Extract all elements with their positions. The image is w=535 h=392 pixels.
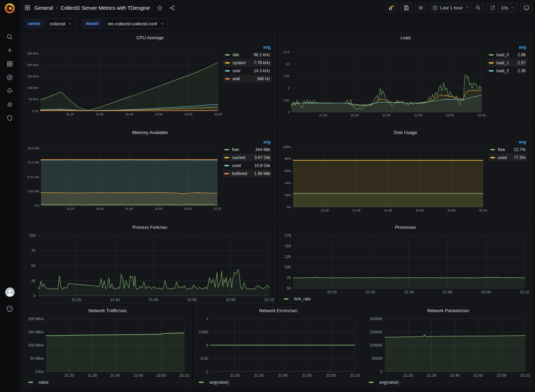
- time-controls: Last 1 hour: [430, 2, 484, 13]
- svg-text:21:30: 21:30: [366, 290, 375, 294]
- series-color-dash-icon: [224, 165, 229, 166]
- series-name: free: [498, 147, 510, 152]
- help-icon[interactable]: ?: [0, 302, 19, 315]
- process-fork-chart: 21:2021:3021:4021:5022:0022:100255075100: [25, 232, 275, 303]
- svg-text:50 kHz: 50 kHz: [29, 98, 38, 101]
- panel-network-packets: Network Packets/sec 21:2021:3021:4021:50…: [364, 306, 532, 387]
- svg-text:-0.50: -0.50: [200, 356, 208, 360]
- refresh-button[interactable]: [487, 2, 498, 13]
- svg-text:22:10: 22:10: [264, 298, 274, 302]
- variable-mount-picker[interactable]: etc-collectd-collectd.conf: [104, 18, 168, 29]
- legend-item-load_1[interactable]: load_12.57: [487, 59, 527, 67]
- legend-item-free[interactable]: free344 Mib: [222, 145, 272, 153]
- svg-text:7.50: 7.50: [283, 74, 289, 78]
- svg-text:250 kHz: 250 kHz: [27, 52, 38, 55]
- variable-server-picker[interactable]: collectd: [46, 18, 76, 29]
- configuration-gear-icon[interactable]: [0, 98, 19, 111]
- svg-text:21:30: 21:30: [110, 298, 120, 302]
- svg-text:100: 100: [29, 233, 35, 237]
- series-avg-value: 2.38: [513, 68, 526, 73]
- panel-title[interactable]: Load: [279, 33, 532, 42]
- refresh-interval-label: 10s: [501, 5, 508, 10]
- add-panel-button[interactable]: [385, 2, 398, 13]
- series-avg-value: 10.8 Gib: [250, 163, 270, 168]
- network-packets-chart: 21:2021:3021:4021:5022:0022:100500001000…: [366, 315, 530, 378]
- series-color-dash-icon: [489, 62, 494, 64]
- grafana-logo-icon[interactable]: [4, 2, 16, 14]
- svg-text:100%: 100%: [283, 145, 291, 149]
- series-color-dash-icon: [224, 157, 229, 158]
- legend-item-free[interactable]: free22.7%: [488, 145, 527, 153]
- admin-shield-icon[interactable]: [0, 111, 19, 125]
- series-avg-value: 1.68 Mib: [250, 171, 270, 176]
- legend-avg-header[interactable]: avg: [488, 139, 527, 145]
- series-color-dash-icon: [369, 382, 374, 383]
- panel-title[interactable]: Network Errors/sec: [195, 306, 362, 315]
- create-plus-icon[interactable]: [0, 43, 19, 57]
- panel-title[interactable]: Network Packets/sec: [365, 306, 532, 315]
- legend-item-avg(value)[interactable]: avg(value): [379, 380, 399, 385]
- legend-item-load_0[interactable]: load_02.86: [487, 51, 527, 59]
- svg-text:200 Mb/s: 200 Mb/s: [28, 317, 44, 321]
- legend-avg-header[interactable]: avg: [222, 139, 272, 145]
- panel-load: Load 21:2021:3021:4021:5022:0022:1002.50…: [279, 33, 532, 126]
- legend-avg-header[interactable]: avg: [487, 44, 527, 51]
- legend-item-user[interactable]: user14.3 kHz: [223, 67, 272, 75]
- explore-compass-icon[interactable]: [0, 70, 19, 84]
- cycle-view-button[interactable]: [520, 2, 532, 13]
- svg-text:14.0 Gib: 14.0 Gib: [27, 161, 39, 164]
- legend-item-used[interactable]: used77.3%: [488, 153, 527, 161]
- panel-title[interactable]: Memory Available: [24, 128, 276, 137]
- svg-text:21:40: 21:40: [149, 298, 159, 302]
- legend-avg-header[interactable]: avg: [223, 44, 272, 51]
- series-color-dash-icon: [28, 382, 33, 383]
- panel-title[interactable]: Process Fork/sec: [24, 223, 276, 232]
- variable-server-value: collectd: [50, 21, 65, 26]
- panel-title[interactable]: Processes: [279, 223, 532, 232]
- breadcrumb-folder[interactable]: General: [34, 5, 53, 11]
- svg-text:21:40: 21:40: [111, 373, 120, 377]
- processes-chart: 21:2021:3021:4021:5022:0022:105075100125…: [281, 232, 530, 295]
- svg-text:150 kHz: 150 kHz: [27, 75, 38, 78]
- legend-item-system[interactable]: system7.79 kHz: [223, 59, 272, 67]
- legend-item-cached[interactable]: cached3.67 Gib: [222, 153, 272, 161]
- svg-text:1: 1: [206, 317, 208, 321]
- alerting-bell-icon[interactable]: [0, 84, 19, 98]
- svg-text:60%: 60%: [285, 169, 291, 173]
- legend-item-used[interactable]: used10.8 Gib: [222, 161, 272, 169]
- legend-item-load_2[interactable]: load_22.38: [487, 67, 527, 75]
- legend-item-wait[interactable]: wait386 Hz: [223, 75, 272, 83]
- svg-text:22:00: 22:00: [446, 114, 454, 117]
- legend-item-idle[interactable]: idle96.2 kHz: [223, 51, 272, 59]
- panel-title[interactable]: CPU Average: [24, 33, 276, 42]
- svg-text:21:20: 21:20: [230, 373, 240, 377]
- svg-text:21:40: 21:40: [404, 290, 414, 294]
- share-icon[interactable]: [169, 5, 175, 11]
- legend-item-value[interactable]: value: [39, 380, 49, 385]
- refresh-interval-picker[interactable]: 10s: [498, 2, 518, 13]
- svg-text:22:10: 22:10: [213, 207, 221, 210]
- svg-text:21:50: 21:50: [414, 114, 422, 117]
- zoom-out-button[interactable]: [472, 2, 484, 13]
- svg-text:9.31 Gib: 9.31 Gib: [27, 175, 39, 179]
- legend-item-avg(value)[interactable]: avg(value): [209, 380, 229, 385]
- search-icon[interactable]: [0, 30, 19, 43]
- time-range-picker[interactable]: Last 1 hour: [430, 2, 472, 13]
- star-icon[interactable]: [157, 5, 163, 11]
- dashboards-icon[interactable]: [0, 57, 19, 70]
- svg-text:22:10: 22:10: [479, 209, 487, 212]
- dashboard-title[interactable]: CollectD Server Metrics with TDengine: [60, 5, 150, 11]
- save-dashboard-button[interactable]: [400, 2, 412, 13]
- avatar-icon[interactable]: [5, 287, 15, 297]
- series-avg-value: 14.3 kHz: [250, 68, 270, 73]
- svg-text:18.6 Gib: 18.6 Gib: [27, 147, 39, 150]
- dashboard-settings-button[interactable]: [415, 2, 427, 13]
- panel-title[interactable]: Disk Usage: [279, 128, 532, 137]
- svg-text:21:30: 21:30: [254, 373, 264, 377]
- legend-item-fork_rate[interactable]: fork_rate: [294, 297, 310, 301]
- panel-title[interactable]: Network Traffic/sec: [24, 306, 191, 315]
- svg-text:21:20: 21:20: [72, 298, 81, 302]
- svg-text:21:50: 21:50: [133, 373, 143, 377]
- legend-item-buffered[interactable]: buffered1.68 Mib: [222, 169, 272, 177]
- svg-text:22:00: 22:00: [497, 373, 506, 377]
